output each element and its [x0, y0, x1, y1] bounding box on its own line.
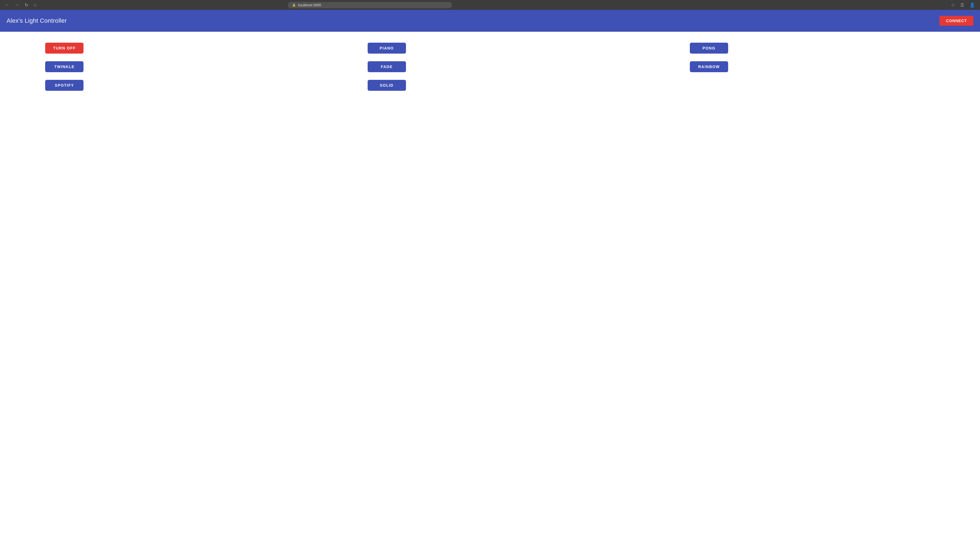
- button-column-3: PONG RAINBOW: [651, 43, 973, 91]
- button-grid: TURN OFF TWINKLE SPOTIFY PIANO FADE SOLI…: [7, 43, 973, 91]
- security-icon: 🔒: [292, 3, 296, 7]
- app-title: Alex's Light Controller: [7, 17, 67, 24]
- twinkle-button[interactable]: TWINKLE: [45, 61, 84, 72]
- back-button[interactable]: ←: [3, 2, 11, 8]
- address-bar[interactable]: 🔒 localhost:3000: [288, 2, 452, 8]
- solid-button[interactable]: SOLID: [368, 80, 406, 91]
- forward-button[interactable]: →: [13, 2, 21, 8]
- reload-button[interactable]: ↻: [23, 2, 30, 8]
- spotify-button[interactable]: SPOTIFY: [45, 80, 84, 91]
- connect-button[interactable]: CONNECT: [940, 16, 973, 26]
- home-button[interactable]: ⌂: [32, 2, 38, 8]
- bookmark-icon[interactable]: ☆: [949, 2, 957, 8]
- browser-chrome: ← → ↻ ⌂ 🔒 localhost:3000 ☆ ☰ 👤: [0, 0, 980, 10]
- fade-button[interactable]: FADE: [368, 61, 406, 72]
- pong-button[interactable]: PONG: [690, 43, 728, 53]
- profile-icon[interactable]: 👤: [968, 2, 977, 8]
- browser-actions: ☆ ☰ 👤: [949, 2, 977, 8]
- button-column-2: PIANO FADE SOLID: [329, 43, 651, 91]
- button-column-1: TURN OFF TWINKLE SPOTIFY: [7, 43, 329, 91]
- rainbow-button[interactable]: RAINBOW: [690, 61, 728, 72]
- main-content: TURN OFF TWINKLE SPOTIFY PIANO FADE SOLI…: [0, 32, 980, 102]
- extension-icon[interactable]: ☰: [959, 2, 966, 8]
- turn-off-button[interactable]: TURN OFF: [45, 43, 84, 53]
- piano-button[interactable]: PIANO: [368, 43, 406, 53]
- url-text: localhost:3000: [298, 3, 321, 7]
- app-header: Alex's Light Controller CONNECT: [0, 10, 980, 32]
